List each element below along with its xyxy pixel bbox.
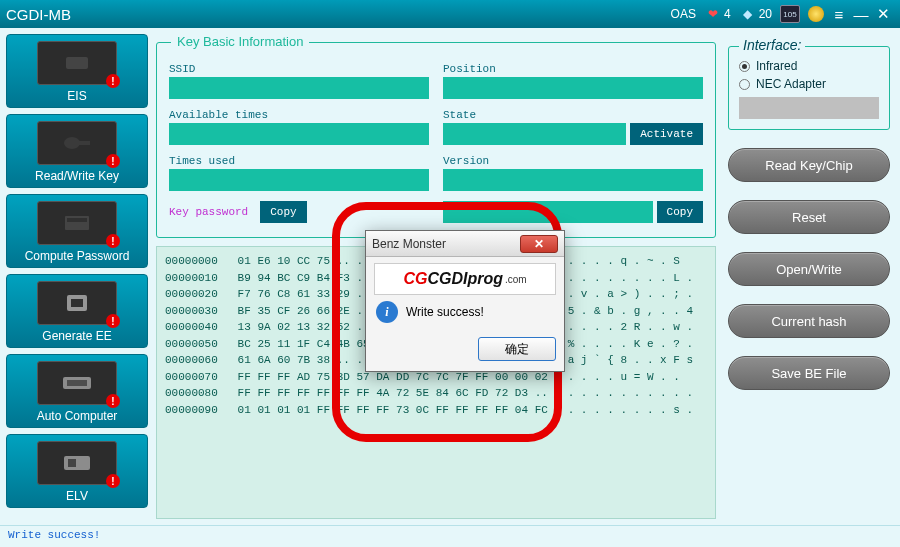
status-bar: Write success! [0, 525, 900, 547]
eis-icon: ! [37, 41, 117, 85]
position-label: Position [443, 63, 703, 75]
logo-cg: CG [403, 270, 427, 287]
password-icon: ! [37, 201, 117, 245]
sidebar-item-label: Generate EE [42, 329, 111, 343]
heart-count: 4 [724, 7, 731, 21]
svg-point-1 [64, 137, 80, 149]
key-password-field[interactable] [443, 201, 653, 223]
sidebar-item-label: EIS [67, 89, 86, 103]
sidebar-item-read-write-key[interactable]: ! Read/Write Key [6, 114, 148, 188]
interface-group: Interface: Infrared NEC Adapter [728, 46, 890, 130]
svg-rect-8 [67, 380, 87, 386]
sidebar-item-label: Auto Computer [37, 409, 118, 423]
svg-rect-9 [64, 456, 90, 470]
copy-right-button[interactable]: Copy [657, 201, 703, 223]
key-basic-info-group: Key Basic Information SSID Position Avai… [156, 42, 716, 238]
times-used-field[interactable] [169, 169, 429, 191]
titlebar: CGDI-MB OAS ❤ 4 ◆ 20 105 ≡ — ✕ [0, 0, 900, 28]
sidebar-item-label: Compute Password [25, 249, 130, 263]
dialog-title: Benz Monster [372, 237, 446, 251]
interface-status-bar [739, 97, 879, 119]
radio-on-icon [739, 61, 750, 72]
info-icon: i [376, 301, 398, 323]
activate-button[interactable]: Activate [630, 123, 703, 145]
version-label: Version [443, 155, 703, 167]
key-icon: ! [37, 121, 117, 165]
group-title: Key Basic Information [171, 34, 309, 49]
app-title: CGDI-MB [6, 6, 71, 23]
sidebar-item-auto-computer[interactable]: ! Auto Computer [6, 354, 148, 428]
dialog-titlebar[interactable]: Benz Monster ✕ [366, 231, 564, 257]
state-field[interactable] [443, 123, 626, 145]
medal-icon [808, 6, 824, 22]
radio-infrared[interactable]: Infrared [739, 59, 879, 73]
radio-infrared-label: Infrared [756, 59, 797, 73]
menu-button[interactable]: ≡ [830, 5, 848, 23]
available-times-label: Available times [169, 109, 429, 121]
logo-domain: .com [505, 274, 527, 285]
dialog-message: Write success! [406, 305, 484, 319]
svg-rect-0 [66, 57, 88, 69]
chip-indicator: 105 [780, 5, 800, 23]
radio-off-icon [739, 79, 750, 90]
sidebar-item-elv[interactable]: ! ELV [6, 434, 148, 508]
chip-icon: 105 [780, 5, 800, 23]
svg-rect-10 [68, 459, 76, 467]
elv-icon: ! [37, 441, 117, 485]
available-times-field[interactable] [169, 123, 429, 145]
minimize-button[interactable]: — [852, 5, 870, 23]
svg-rect-2 [78, 141, 90, 145]
dialog-close-button[interactable]: ✕ [520, 235, 558, 253]
diamond-icon: ◆ [739, 5, 757, 23]
dialog-logo: CGCGDIprog.com [374, 263, 556, 295]
radio-nec-label: NEC Adapter [756, 77, 826, 91]
reset-button[interactable]: Reset [728, 200, 890, 234]
auto-computer-icon: ! [37, 361, 117, 405]
sidebar-item-eis[interactable]: ! EIS [6, 34, 148, 108]
right-panel: Interface: Infrared NEC Adapter Read Key… [724, 34, 894, 519]
dialog: Benz Monster ✕ CGCGDIprog.com i Write su… [365, 230, 565, 372]
copy-left-button[interactable]: Copy [260, 201, 306, 223]
close-button[interactable]: ✕ [874, 5, 892, 23]
oas-label: OAS [671, 7, 696, 21]
position-field[interactable] [443, 77, 703, 99]
key-password-label: Key password [169, 206, 248, 218]
heart-icon: ❤ [704, 5, 722, 23]
ssid-field[interactable] [169, 77, 429, 99]
heart-counter: ❤ 4 [704, 5, 731, 23]
version-field[interactable] [443, 169, 703, 191]
sidebar-item-compute-password[interactable]: ! Compute Password [6, 194, 148, 268]
logo-rest: CGDIprog [427, 270, 503, 287]
times-used-label: Times used [169, 155, 429, 167]
current-hash-button[interactable]: Current hash [728, 304, 890, 338]
state-label: State [443, 109, 703, 121]
svg-rect-6 [71, 299, 83, 307]
ssid-label: SSID [169, 63, 429, 75]
sidebar-item-label: ELV [66, 489, 88, 503]
svg-rect-4 [67, 218, 87, 222]
open-write-button[interactable]: Open/Write [728, 252, 890, 286]
sidebar-item-label: Read/Write Key [35, 169, 119, 183]
generate-ee-icon: ! [37, 281, 117, 325]
save-be-file-button[interactable]: Save BE File [728, 356, 890, 390]
sidebar: ! EIS ! Read/Write Key ! Compute Passwor… [6, 34, 148, 519]
read-key-chip-button[interactable]: Read Key/Chip [728, 148, 890, 182]
dialog-body: CGCGDIprog.com i Write success! 确定 [366, 257, 564, 371]
close-icon: ✕ [534, 237, 544, 251]
interface-title: Interface: [739, 37, 805, 53]
status-text: Write success! [8, 529, 100, 541]
diamond-counter: ◆ 20 [739, 5, 772, 23]
dialog-ok-button[interactable]: 确定 [478, 337, 556, 361]
medal-indicator [808, 6, 824, 22]
radio-nec-adapter[interactable]: NEC Adapter [739, 77, 879, 91]
sidebar-item-generate-ee[interactable]: ! Generate EE [6, 274, 148, 348]
diamond-count: 20 [759, 7, 772, 21]
